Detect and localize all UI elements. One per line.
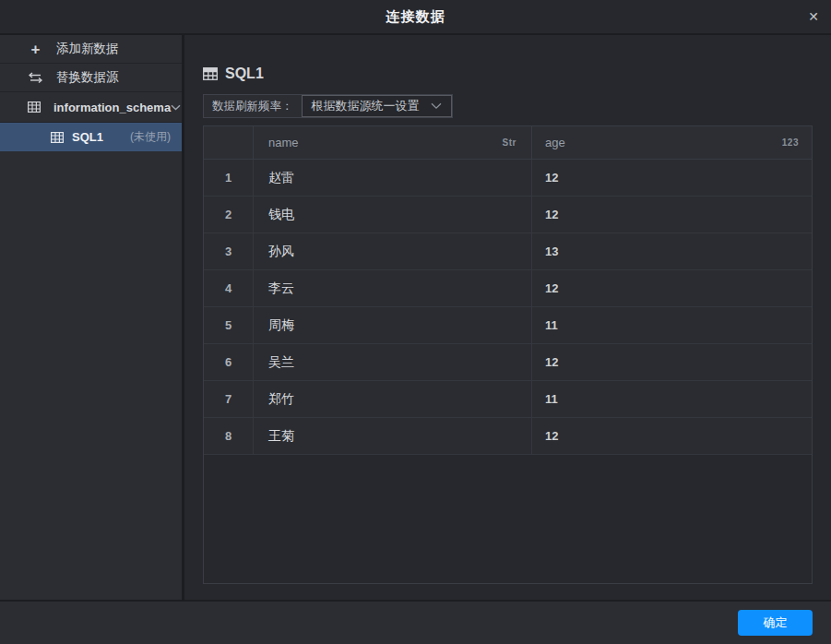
row-index-cell: 8 bbox=[204, 418, 254, 454]
refresh-frequency-group: 数据刷新频率： 根据数据源统一设置 bbox=[203, 94, 453, 118]
name-cell: 孙风 bbox=[254, 233, 532, 269]
age-cell: 11 bbox=[532, 307, 812, 343]
main-pane: SQL1 数据刷新频率： 根据数据源统一设置 name Str bbox=[184, 35, 831, 600]
sidebar-item-label: 添加新数据 bbox=[56, 41, 119, 57]
header-cell-name: name Str bbox=[254, 126, 532, 159]
age-cell: 13 bbox=[532, 233, 812, 269]
close-icon[interactable]: ✕ bbox=[808, 10, 819, 23]
name-cell: 周梅 bbox=[254, 307, 532, 343]
sidebar-item-add-new-data[interactable]: + 添加新数据 bbox=[0, 35, 182, 64]
name-cell: 郑竹 bbox=[254, 381, 532, 417]
column-label: age bbox=[545, 136, 565, 149]
table-row: 7郑竹11 bbox=[204, 381, 812, 418]
age-cell: 12 bbox=[532, 197, 812, 233]
age-cell: 12 bbox=[532, 270, 812, 306]
dialog-titlebar: 连接数据 ✕ bbox=[0, 0, 831, 35]
data-preview-table: name Str age 123 1赵雷122钱电123孙风134李云125周梅… bbox=[203, 125, 813, 584]
name-cell: 吴兰 bbox=[254, 344, 532, 380]
dialog-title: 连接数据 bbox=[386, 8, 445, 26]
table-row: 4李云12 bbox=[204, 270, 812, 307]
table-empty-area bbox=[204, 455, 812, 583]
sidebar-item-label: 替换数据源 bbox=[56, 69, 119, 86]
name-cell: 钱电 bbox=[254, 197, 532, 233]
plus-icon: + bbox=[28, 42, 43, 57]
age-cell: 12 bbox=[532, 160, 812, 196]
column-label: name bbox=[268, 136, 299, 149]
row-index-cell: 4 bbox=[204, 270, 254, 306]
sidebar: + 添加新数据 替换数据源 information_sch bbox=[0, 35, 184, 600]
table-row: 6吴兰12 bbox=[204, 344, 812, 381]
dialog-footer: 确定 bbox=[0, 600, 831, 644]
refresh-frequency-label: 数据刷新频率： bbox=[204, 95, 302, 117]
row-index-cell: 7 bbox=[204, 381, 254, 417]
dataset-title-row: SQL1 bbox=[203, 66, 813, 82]
row-index-cell: 3 bbox=[204, 233, 254, 269]
refresh-frequency-value: 根据数据源统一设置 bbox=[312, 98, 420, 114]
age-cell: 11 bbox=[532, 381, 812, 417]
table-row: 1赵雷12 bbox=[204, 160, 812, 197]
table-grid-icon bbox=[28, 101, 41, 113]
chevron-down-icon bbox=[171, 104, 181, 111]
table-header-row: name Str age 123 bbox=[204, 126, 812, 160]
table-grid-icon bbox=[49, 132, 65, 143]
refresh-frequency-select[interactable]: 根据数据源统一设置 bbox=[302, 95, 452, 117]
sidebar-item-replace-datasource[interactable]: 替换数据源 bbox=[0, 64, 182, 92]
sidebar-empty-area bbox=[0, 151, 182, 600]
string-type-icon: Str bbox=[503, 137, 516, 148]
header-cell-age: age 123 bbox=[532, 126, 812, 159]
confirm-button[interactable]: 确定 bbox=[738, 610, 813, 636]
table-row: 5周梅11 bbox=[204, 307, 812, 344]
row-index-cell: 1 bbox=[204, 160, 254, 196]
table-row: 3孙风13 bbox=[204, 233, 812, 270]
row-index-cell: 5 bbox=[204, 307, 254, 343]
table-row: 8王菊12 bbox=[204, 418, 812, 455]
sidebar-item-information-schema[interactable]: information_schema bbox=[0, 92, 182, 123]
name-cell: 赵雷 bbox=[254, 160, 532, 196]
dataset-title: SQL1 bbox=[225, 66, 264, 82]
sidebar-item-label: SQL1 bbox=[72, 130, 103, 144]
swap-icon bbox=[28, 72, 43, 83]
age-cell: 12 bbox=[532, 344, 812, 380]
number-type-icon: 123 bbox=[782, 137, 799, 148]
chevron-down-icon bbox=[431, 102, 442, 110]
sidebar-item-sql1[interactable]: SQL1 (未使用) bbox=[0, 123, 182, 151]
header-cell-index bbox=[204, 126, 254, 159]
row-index-cell: 2 bbox=[204, 197, 254, 233]
row-index-cell: 6 bbox=[204, 344, 254, 380]
age-cell: 12 bbox=[532, 418, 812, 454]
connect-data-dialog: 连接数据 ✕ + 添加新数据 替换数据源 bbox=[0, 0, 831, 644]
sidebar-item-label: information_schema bbox=[53, 101, 171, 114]
table-row: 2钱电12 bbox=[204, 197, 812, 233]
table-grid-icon bbox=[203, 67, 218, 80]
name-cell: 李云 bbox=[254, 270, 532, 306]
table-body: 1赵雷122钱电123孙风134李云125周梅116吴兰127郑竹118王菊12 bbox=[204, 160, 812, 455]
name-cell: 王菊 bbox=[254, 418, 532, 454]
unused-badge: (未使用) bbox=[130, 129, 171, 145]
